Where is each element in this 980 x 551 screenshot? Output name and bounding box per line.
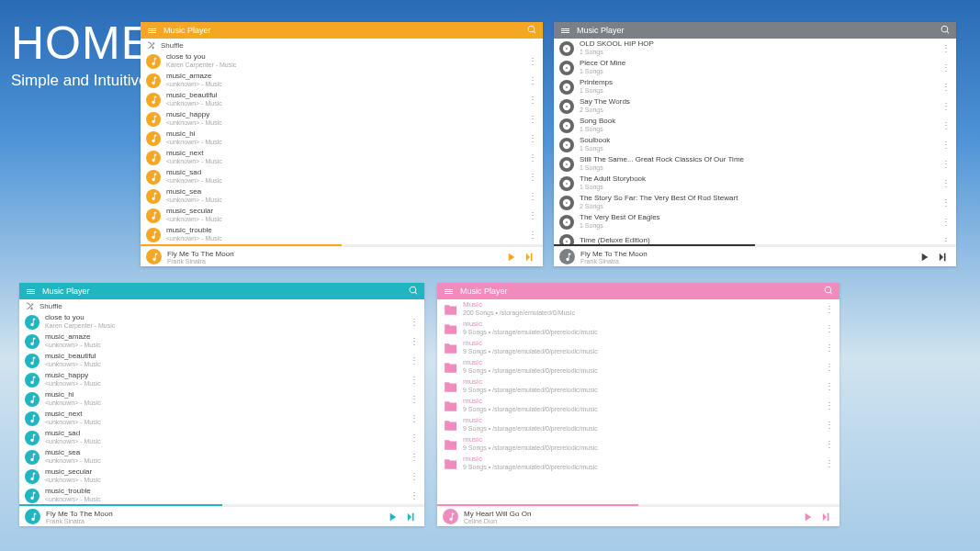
list-item[interactable]: music_beautiful<unknown> - Music⋮ <box>19 351 424 370</box>
more-icon[interactable]: ⋮ <box>410 414 419 423</box>
more-icon[interactable]: ⋮ <box>941 218 951 227</box>
now-playing-bar[interactable]: Fly Me To The Moon Frank Sinatra <box>554 246 956 266</box>
list-item[interactable]: music_secular<unknown> - Music⋮ <box>19 467 424 486</box>
more-icon[interactable]: ⋮ <box>410 433 419 443</box>
more-icon[interactable]: ⋮ <box>825 324 834 333</box>
more-icon[interactable]: ⋮ <box>528 173 537 182</box>
list-item[interactable]: Still The Same... Great Rock Classics Of… <box>554 154 956 174</box>
shuffle-row[interactable]: Shuffle <box>141 39 543 51</box>
list-item[interactable]: The Very Best Of Eagles1 Songs⋮ <box>554 212 956 231</box>
list-item[interactable]: music_hi<unknown> - Music⋮ <box>141 129 543 148</box>
more-icon[interactable]: ⋮ <box>941 179 951 188</box>
list-item[interactable]: Say The Words2 Songs⋮ <box>554 96 956 116</box>
list-item[interactable]: music_secular<unknown> - Music⋮ <box>141 206 543 225</box>
list-item[interactable]: music_sad<unknown> - Music⋮ <box>141 167 543 186</box>
next-button[interactable] <box>523 253 537 262</box>
list-item[interactable]: OLD SKOOL HIP HOP1 Songs⋮ <box>554 39 956 58</box>
more-icon[interactable]: ⋮ <box>528 153 537 163</box>
list-item[interactable]: music9 Songs • /storage/emulated/0/prere… <box>437 377 839 396</box>
more-icon[interactable]: ⋮ <box>410 453 419 462</box>
list-item[interactable]: music_trouble<unknown> - Music⋮ <box>19 486 424 504</box>
more-icon[interactable]: ⋮ <box>528 76 537 85</box>
more-icon[interactable]: ⋮ <box>410 337 419 346</box>
menu-icon[interactable] <box>445 289 453 294</box>
play-button[interactable] <box>504 253 519 262</box>
menu-icon[interactable] <box>561 28 569 33</box>
more-icon[interactable]: ⋮ <box>410 376 419 385</box>
list-item[interactable]: close to youKaren Carpenter - Music⋮ <box>141 51 543 71</box>
list-item[interactable]: music_happy<unknown> - Music⋮ <box>19 370 424 389</box>
more-icon[interactable]: ⋮ <box>941 160 951 169</box>
more-icon[interactable]: ⋮ <box>410 491 419 500</box>
list-item[interactable]: music_hi<unknown> - Music⋮ <box>19 389 424 409</box>
more-icon[interactable]: ⋮ <box>528 211 537 220</box>
more-icon[interactable]: ⋮ <box>410 472 419 481</box>
search-icon[interactable] <box>823 286 832 297</box>
now-playing-bar[interactable]: Fly Me To The Moon Frank Sinatra <box>141 246 543 266</box>
list-item[interactable]: Time (Deluxe Edition)⋮ <box>554 231 956 244</box>
more-icon[interactable]: ⋮ <box>941 198 951 208</box>
list-item[interactable]: music_beautiful<unknown> - Music⋮ <box>141 90 543 109</box>
now-playing-bar[interactable]: Fly Me To The Moon Frank Sinatra <box>19 506 424 526</box>
search-icon[interactable] <box>526 25 535 36</box>
list-item[interactable]: The Adult Storybook1 Songs⋮ <box>554 174 956 193</box>
list-item[interactable]: music9 Songs • /storage/emulated/0/prere… <box>437 434 839 454</box>
search-icon[interactable] <box>940 25 949 36</box>
more-icon[interactable]: ⋮ <box>825 401 834 410</box>
progress-bar[interactable] <box>19 504 424 506</box>
progress-bar[interactable] <box>141 244 543 246</box>
list-item[interactable]: music9 Songs • /storage/emulated/0/prere… <box>437 357 839 377</box>
more-icon[interactable]: ⋮ <box>941 63 951 73</box>
progress-bar[interactable] <box>437 504 839 506</box>
list-item[interactable]: music_happy<unknown> - Music⋮ <box>141 109 543 129</box>
play-button[interactable] <box>386 512 400 522</box>
menu-icon[interactable] <box>27 289 35 294</box>
progress-bar[interactable] <box>554 244 956 246</box>
search-icon[interactable] <box>408 286 417 297</box>
list-item[interactable]: Printemps1 Songs⋮ <box>554 77 956 96</box>
more-icon[interactable]: ⋮ <box>410 356 419 365</box>
list-item[interactable]: The Story So Far: The Very Best Of Rod S… <box>554 193 956 212</box>
list-item[interactable]: Music200 Songs • /storage/emulated/0/Mus… <box>437 299 839 319</box>
list-item[interactable]: music9 Songs • /storage/emulated/0/prere… <box>437 415 839 434</box>
more-icon[interactable]: ⋮ <box>825 363 834 372</box>
more-icon[interactable]: ⋮ <box>528 134 537 143</box>
next-button[interactable] <box>404 512 419 522</box>
list-item[interactable]: music9 Songs • /storage/emulated/0/prere… <box>437 454 839 473</box>
more-icon[interactable]: ⋮ <box>825 421 834 430</box>
list-item[interactable]: music9 Songs • /storage/emulated/0/prere… <box>437 319 839 338</box>
more-icon[interactable]: ⋮ <box>941 102 951 111</box>
next-button[interactable] <box>936 253 951 262</box>
list-item[interactable]: Soulbook1 Songs⋮ <box>554 135 956 154</box>
list-item[interactable]: music_next<unknown> - Music⋮ <box>141 148 543 167</box>
shuffle-row[interactable]: Shuffle <box>19 299 424 312</box>
more-icon[interactable]: ⋮ <box>941 141 951 150</box>
more-icon[interactable]: ⋮ <box>941 83 951 92</box>
more-icon[interactable]: ⋮ <box>825 382 834 391</box>
list-item[interactable]: music_sad<unknown> - Music⋮ <box>19 428 424 447</box>
more-icon[interactable]: ⋮ <box>528 96 537 105</box>
more-icon[interactable]: ⋮ <box>528 57 537 66</box>
more-icon[interactable]: ⋮ <box>410 395 419 404</box>
more-icon[interactable]: ⋮ <box>528 231 537 240</box>
list-item[interactable]: Piece Of Mine1 Songs⋮ <box>554 58 956 77</box>
more-icon[interactable]: ⋮ <box>941 237 951 245</box>
now-playing-bar[interactable]: My Heart Will Go On Celine Dion <box>437 506 839 526</box>
more-icon[interactable]: ⋮ <box>528 115 537 124</box>
more-icon[interactable]: ⋮ <box>825 440 834 449</box>
more-icon[interactable]: ⋮ <box>825 459 834 468</box>
more-icon[interactable]: ⋮ <box>410 318 419 327</box>
more-icon[interactable]: ⋮ <box>825 343 834 353</box>
more-icon[interactable]: ⋮ <box>941 44 951 53</box>
list-item[interactable]: music9 Songs • /storage/emulated/0/prere… <box>437 338 839 357</box>
more-icon[interactable]: ⋮ <box>825 305 834 314</box>
list-item[interactable]: Song Book1 Songs⋮ <box>554 116 956 135</box>
list-item[interactable]: music_amaze<unknown> - Music⋮ <box>141 71 543 90</box>
list-item[interactable]: music9 Songs • /storage/emulated/0/prere… <box>437 396 839 415</box>
list-item[interactable]: music_amaze<unknown> - Music⋮ <box>19 332 424 351</box>
next-button[interactable] <box>819 512 834 522</box>
more-icon[interactable]: ⋮ <box>941 121 951 130</box>
play-button[interactable] <box>918 253 932 262</box>
more-icon[interactable]: ⋮ <box>528 192 537 201</box>
list-item[interactable]: music_sea<unknown> - Music⋮ <box>141 186 543 206</box>
